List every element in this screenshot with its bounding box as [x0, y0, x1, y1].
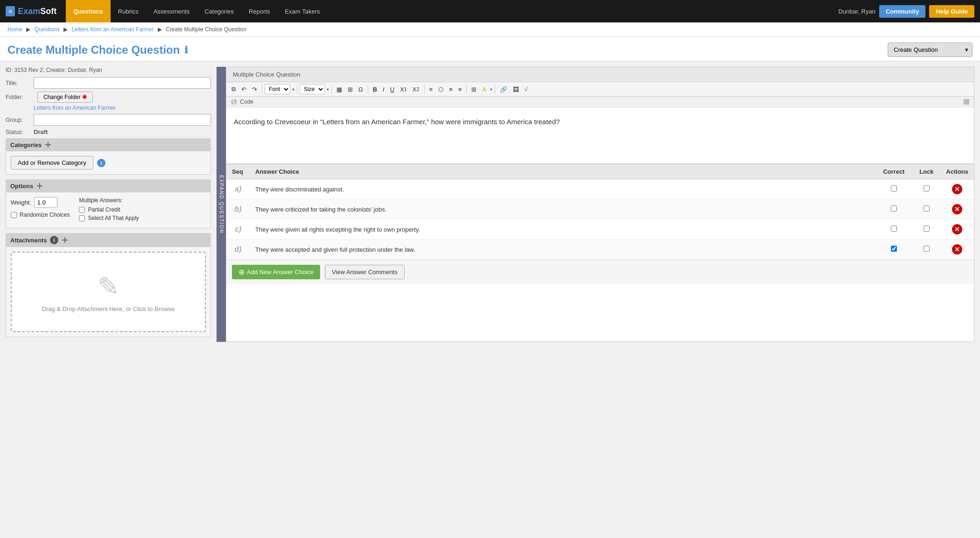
- correct-checkbox[interactable]: [891, 205, 897, 212]
- tb-sep-1: [262, 85, 262, 94]
- select-all-row: Select All That Apply: [79, 215, 139, 221]
- tb-undo-btn[interactable]: ↶: [239, 85, 249, 94]
- attachments-title: Attachments: [10, 237, 47, 244]
- tb-align-center-btn[interactable]: ≡: [447, 85, 455, 94]
- tb-redo-btn[interactable]: ↷: [250, 85, 259, 94]
- tb-sep-2: [297, 85, 297, 94]
- options-title: Options: [10, 183, 33, 190]
- tb-superscript-btn[interactable]: X2: [410, 85, 422, 94]
- page-title: Create Multiple Choice Question: [7, 43, 180, 57]
- nav-rubrics[interactable]: Rubrics: [111, 0, 146, 22]
- randomize-row: Randomize Choices: [11, 212, 70, 218]
- delete-answer-button[interactable]: ✕: [952, 244, 962, 255]
- title-label: Title:: [6, 80, 34, 86]
- tb-align-right-btn[interactable]: ≡: [456, 85, 464, 94]
- delete-answer-button[interactable]: ✕: [952, 184, 962, 194]
- title-input[interactable]: [34, 77, 211, 89]
- tb-bold-btn[interactable]: B: [371, 85, 379, 94]
- breadcrumb-sep-2: ▶: [63, 26, 69, 33]
- lock-checkbox[interactable]: [924, 185, 930, 191]
- lock-checkbox[interactable]: [924, 246, 930, 252]
- tb-underline-btn[interactable]: U: [388, 85, 397, 94]
- correct-checkbox[interactable]: [891, 185, 897, 191]
- delete-answer-button[interactable]: ✕: [952, 204, 962, 214]
- folder-row: Folder: Change Folder ✱ Letters from an …: [6, 92, 211, 111]
- tb-table-btn[interactable]: ▦: [334, 85, 344, 94]
- correct-checkbox[interactable]: [891, 226, 897, 232]
- expand-sidebar[interactable]: EXPAND QUESTION: [217, 67, 226, 342]
- tb-subscript-btn[interactable]: X1: [398, 85, 409, 94]
- tb-copy-btn[interactable]: ⧉: [229, 84, 238, 94]
- nav-reports[interactable]: Reports: [241, 0, 278, 22]
- tb-math-btn[interactable]: √: [522, 85, 530, 94]
- lock-checkbox[interactable]: [924, 226, 930, 232]
- logo-text: ExamSoft: [18, 7, 56, 16]
- tb-color-down-icon: ▾: [490, 87, 492, 92]
- help-guide-button[interactable]: Help Guide: [929, 5, 974, 18]
- tb-link-btn[interactable]: 🔗: [497, 85, 510, 94]
- delete-answer-button[interactable]: ✕: [952, 224, 962, 234]
- folder-link[interactable]: Letters from an American Farmer: [34, 105, 116, 111]
- create-question-select[interactable]: Create Question: [888, 43, 972, 57]
- lock-cell: [912, 179, 940, 199]
- group-input[interactable]: [34, 114, 211, 126]
- select-all-label: Select All That Apply: [88, 215, 139, 221]
- tb-omega-btn[interactable]: Ω: [356, 85, 365, 94]
- lock-checkbox[interactable]: [924, 205, 930, 212]
- status-value: Draft: [34, 128, 48, 135]
- table-row: d) They were accepted and given full pro…: [226, 240, 974, 260]
- correct-checkbox[interactable]: [891, 246, 897, 252]
- logo-exam: Exam: [18, 7, 40, 16]
- answer-table-header: Seq Answer Choice Correct Lock Actions: [226, 164, 974, 179]
- categories-cross-icon[interactable]: [44, 141, 52, 149]
- options-right: Multiple Answers: Partial Credit Select …: [79, 197, 139, 223]
- change-folder-button[interactable]: Change Folder ✱: [37, 92, 93, 103]
- actions-cell: ✕: [940, 199, 974, 219]
- community-button[interactable]: Community: [879, 5, 926, 18]
- weight-input[interactable]: [34, 197, 57, 208]
- tb-table2-btn[interactable]: ⊞: [345, 85, 355, 94]
- status-label: Status:: [6, 129, 34, 135]
- partial-credit-label: Partial Credit: [88, 206, 120, 213]
- right-panel: Multiple Choice Question ⧉ ↶ ↷ Font ▾ Si…: [226, 67, 974, 342]
- randomize-label: Randomize Choices: [20, 212, 70, 218]
- randomize-checkbox[interactable]: [11, 212, 17, 218]
- breadcrumb-folder[interactable]: Letters from an American Farmer: [71, 26, 154, 33]
- seq-cell: b): [226, 199, 250, 219]
- tb-italic-btn[interactable]: I: [380, 85, 387, 94]
- view-comments-button[interactable]: View Answer Comments: [325, 265, 405, 279]
- answer-text: They were discriminated against.: [250, 179, 875, 199]
- tb-indent-btn[interactable]: ⊞: [469, 85, 479, 94]
- attachments-info-icon[interactable]: i: [50, 236, 58, 244]
- attachment-drop-zone[interactable]: ✎ Drag & Drop Attachment Here, or Click …: [11, 252, 206, 332]
- multiple-answers-label: Multiple Answers:: [79, 197, 139, 204]
- breadcrumb-home[interactable]: Home: [7, 26, 22, 33]
- nav-exam-takers[interactable]: Exam Takers: [278, 0, 328, 22]
- options-left: Weight: Randomize Choices: [11, 197, 70, 220]
- breadcrumb-questions[interactable]: Questions: [35, 26, 60, 33]
- tb-ul-btn[interactable]: ≡: [427, 85, 435, 94]
- logo-icon: ≡: [6, 6, 15, 16]
- tb-size-select[interactable]: Size: [300, 84, 325, 94]
- tb-sep-3: [331, 85, 332, 94]
- actions-cell: ✕: [940, 219, 974, 240]
- tb-color-btn[interactable]: A: [480, 85, 489, 94]
- add-answer-button[interactable]: ⊕ Add New Answer Choice: [232, 265, 320, 279]
- page-info-icon[interactable]: ℹ: [184, 44, 188, 56]
- add-remove-category-button[interactable]: Add or Remove Category: [11, 156, 93, 170]
- category-info-icon[interactable]: i: [97, 159, 105, 167]
- attachments-cross-icon[interactable]: [61, 236, 69, 244]
- select-all-checkbox[interactable]: [79, 215, 85, 221]
- options-cross-icon[interactable]: [36, 182, 43, 190]
- nav-questions[interactable]: Questions: [66, 0, 111, 22]
- editor-content[interactable]: According to Crevecoeur in “Letters from…: [226, 107, 974, 163]
- nav-assessments[interactable]: Assessments: [146, 0, 197, 22]
- top-nav: ≡ ExamSoft Questions Rubrics Assessments…: [0, 0, 980, 22]
- nav-categories[interactable]: Categories: [197, 0, 241, 22]
- partial-credit-checkbox[interactable]: [79, 207, 85, 213]
- tb-font-select[interactable]: Font: [265, 84, 290, 94]
- weight-label: Weight:: [11, 199, 31, 206]
- tb-image-btn[interactable]: 🖼: [511, 85, 521, 94]
- tb-align-left-btn[interactable]: ⬡: [436, 85, 446, 94]
- seq-cell: c): [226, 219, 250, 240]
